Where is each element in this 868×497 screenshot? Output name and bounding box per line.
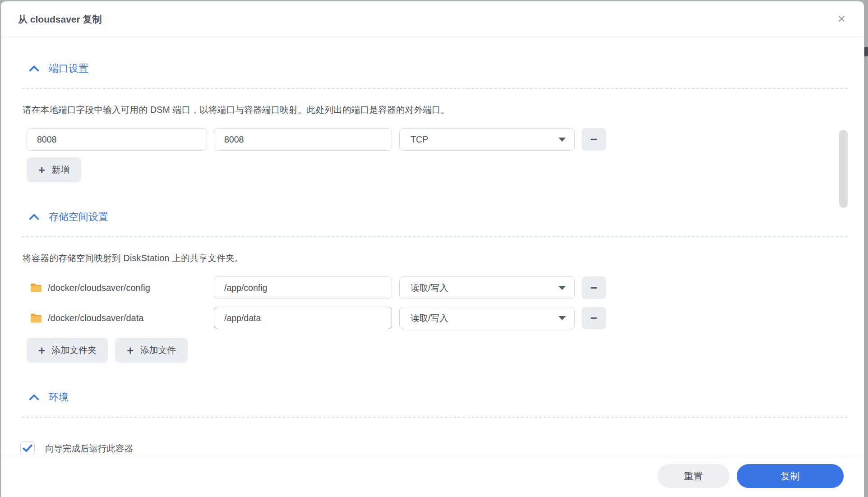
plus-icon: + — [38, 345, 45, 356]
host-path-label: /docker/cloudsaver/config — [48, 283, 150, 293]
add-port-button[interactable]: + 新增 — [27, 157, 81, 182]
chevron-down-icon — [559, 286, 566, 290]
local-port-input[interactable] — [27, 128, 207, 151]
chevron-up-icon — [29, 394, 39, 400]
folder-icon — [30, 283, 42, 293]
run-after-wizard-label: 向导完成后运行此容器 — [45, 442, 133, 455]
dialog-body: 端口设置 请在本地端口字段中输入可用的 DSM 端口，以将端口与容器端口映射。此… — [1, 62, 864, 456]
permission-select-value: 读取/写入 — [411, 282, 448, 294]
dialog-title: 从 cloudsaver 复制 — [18, 13, 102, 26]
plus-icon: + — [38, 164, 45, 176]
run-after-wizard-checkbox[interactable] — [20, 441, 35, 456]
section-title-storage: 存储空间设置 — [49, 210, 108, 224]
add-folder-button[interactable]: + 添加文件夹 — [27, 338, 108, 363]
container-port-input[interactable] — [214, 128, 392, 151]
host-path-cell: /docker/cloudsaver/config — [27, 276, 207, 299]
port-mapping-row: TCP − — [27, 128, 848, 151]
add-folder-label: 添加文件夹 — [51, 344, 97, 356]
dashed-divider — [22, 236, 848, 237]
chevron-down-icon — [559, 138, 566, 142]
folder-icon — [30, 313, 42, 323]
permission-select[interactable]: 读取/写入 — [399, 276, 575, 299]
permission-select-value: 读取/写入 — [411, 312, 448, 324]
copy-container-dialog: 从 cloudsaver 复制 ✕ 端口设置 请在本地端口字段中输入可用的 DS… — [1, 1, 864, 497]
remove-port-button[interactable]: − — [582, 128, 606, 151]
close-icon[interactable]: ✕ — [837, 14, 846, 24]
chevron-down-icon — [559, 316, 566, 320]
minus-icon: − — [591, 312, 598, 324]
host-path-cell: /docker/cloudsaver/data — [27, 307, 207, 329]
permission-select[interactable]: 读取/写入 — [399, 307, 575, 329]
section-header-ports[interactable]: 端口设置 — [29, 62, 848, 75]
reset-button[interactable]: 重置 — [657, 464, 729, 488]
ports-actions: + 新增 — [27, 157, 848, 182]
mount-path-input[interactable] — [214, 307, 392, 329]
minus-icon: − — [591, 282, 598, 294]
host-path-label: /docker/cloudsaver/data — [48, 313, 143, 323]
protocol-select-value: TCP — [411, 134, 428, 145]
section-header-environment[interactable]: 环境 — [29, 391, 848, 404]
chevron-up-icon — [29, 65, 39, 72]
dashed-divider — [22, 88, 848, 89]
checkmark-icon — [23, 444, 32, 452]
dialog-header: 从 cloudsaver 复制 ✕ — [1, 1, 864, 37]
section-header-storage[interactable]: 存储空间设置 — [29, 210, 848, 224]
run-after-wizard-row: 向导完成后运行此容器 — [20, 441, 848, 456]
section-title-ports: 端口设置 — [49, 62, 88, 75]
copy-submit-button[interactable]: 复制 — [737, 464, 844, 488]
ports-description: 请在本地端口字段中输入可用的 DSM 端口，以将端口与容器端口映射。此处列出的端… — [23, 104, 848, 116]
plus-icon: + — [127, 345, 134, 356]
remove-volume-button[interactable]: − — [582, 307, 606, 329]
dashed-divider — [22, 417, 848, 418]
add-file-button[interactable]: + 添加文件 — [115, 338, 188, 363]
dialog-footer: 重置 复制 — [1, 455, 864, 497]
add-port-label: 新增 — [51, 164, 69, 176]
minus-icon: − — [591, 133, 598, 146]
storage-actions: + 添加文件夹 + 添加文件 — [27, 338, 848, 363]
background-scrollbar-thumb[interactable] — [864, 47, 868, 56]
chevron-up-icon — [29, 214, 39, 220]
volume-mapping-row: /docker/cloudsaver/config 读取/写入 − — [27, 276, 848, 299]
remove-volume-button[interactable]: − — [582, 276, 606, 299]
section-title-environment: 环境 — [49, 391, 69, 404]
volume-mapping-row: /docker/cloudsaver/data 读取/写入 − — [27, 307, 848, 329]
protocol-select[interactable]: TCP — [399, 128, 575, 151]
storage-description: 将容器的存储空间映射到 DiskStation 上的共享文件夹。 — [23, 252, 848, 264]
mount-path-input[interactable] — [214, 276, 392, 299]
background-window-edge — [864, 0, 868, 497]
dialog-scrollbar-thumb[interactable] — [839, 130, 848, 208]
add-file-label: 添加文件 — [140, 344, 176, 356]
